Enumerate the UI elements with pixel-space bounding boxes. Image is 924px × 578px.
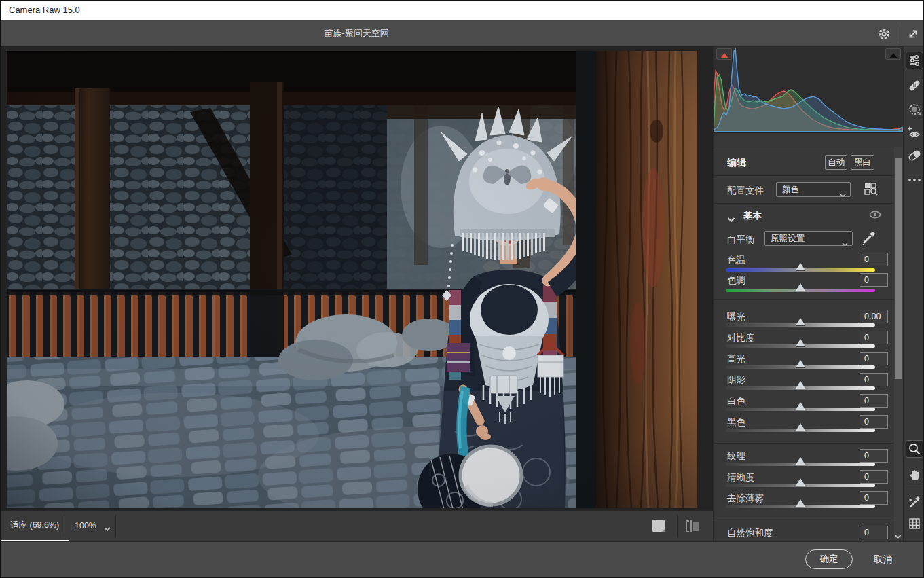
exposure-label: 曝光 xyxy=(727,311,745,323)
vibrance-value-box[interactable]: 0 xyxy=(860,526,888,539)
profile-dropdown[interactable]: 颜色 xyxy=(776,182,851,197)
scroll-down-icon[interactable] xyxy=(893,530,902,538)
slider-thumb[interactable] xyxy=(796,263,805,270)
shadows-value-box[interactable]: 0 xyxy=(860,373,888,386)
dehaze-label: 去除薄雾 xyxy=(727,492,764,505)
highlights-label: 高光 xyxy=(727,353,745,365)
photo-preview[interactable] xyxy=(7,51,697,508)
whites-slider[interactable] xyxy=(726,408,875,411)
edit-tool-icon[interactable] xyxy=(906,52,923,69)
panel-divider xyxy=(714,299,894,300)
auto-button[interactable]: 自动 xyxy=(825,155,847,170)
basic-section-label[interactable]: 基本 xyxy=(743,210,762,222)
chevron-down-icon xyxy=(842,237,847,240)
slider-row-clarity: 清晰度 0 xyxy=(727,470,890,484)
white-balance-eyedropper-icon[interactable] xyxy=(860,229,876,247)
zoom-level-chevron-down-icon[interactable] xyxy=(103,522,111,535)
shadow-clip-triangle-icon xyxy=(720,53,728,58)
highlight-clip-triangle-icon xyxy=(889,53,898,58)
contrast-value-box[interactable]: 0 xyxy=(860,331,888,344)
basic-section-chevron-down-icon[interactable] xyxy=(727,213,735,219)
slider-row-blacks: 黑色 0 xyxy=(727,415,890,429)
slider-thumb[interactable] xyxy=(796,283,805,291)
tint-label: 色调 xyxy=(727,274,745,287)
masking-tool-icon[interactable] xyxy=(906,101,923,118)
dehaze-slider[interactable] xyxy=(726,505,875,508)
panel-scrollbar[interactable] xyxy=(894,147,902,539)
white-balance-dropdown[interactable]: 原照设置 xyxy=(764,231,853,246)
cancel-button[interactable]: 取消 xyxy=(870,549,896,569)
color-sampler-tool-icon[interactable] xyxy=(906,493,923,511)
clarity-value-box[interactable]: 0 xyxy=(860,470,888,484)
clarity-label: 清晰度 xyxy=(727,471,755,484)
slider-row-highlights: 高光 0 xyxy=(727,352,890,365)
toggle-fullscreen-icon[interactable] xyxy=(906,26,921,41)
vibrance-label: 自然饱和度 xyxy=(727,527,773,539)
scrollbar-thumb[interactable] xyxy=(895,158,902,379)
panel-divider xyxy=(714,443,894,444)
healing-brush-icon[interactable] xyxy=(906,77,923,94)
tools-toolbar xyxy=(903,46,924,541)
panel-divider xyxy=(714,147,894,147)
image-canvas: 适应 (69.6%) 100% xyxy=(0,46,713,541)
profile-browser-icon[interactable] xyxy=(863,181,879,197)
exposure-slider[interactable] xyxy=(726,323,875,327)
highlight-clipping-indicator[interactable] xyxy=(885,48,901,60)
slider-thumb[interactable] xyxy=(796,478,805,486)
blacks-value-box[interactable]: 0 xyxy=(860,415,888,429)
preview-settings-icon[interactable] xyxy=(650,518,668,535)
edit-panel: 编辑 自动 黑白 配置文件 颜色 基本 白平衡 原照设置 xyxy=(713,46,903,541)
shadow-clipping-indicator[interactable] xyxy=(716,48,732,60)
shadows-slider[interactable] xyxy=(726,386,875,390)
dialog-footer: 确定 取消 xyxy=(0,541,924,578)
photo-illustration xyxy=(7,51,697,508)
eye-preview-icon[interactable] xyxy=(868,209,882,220)
whites-label: 白色 xyxy=(727,395,745,408)
histogram[interactable] xyxy=(714,46,903,133)
grid-overlay-icon[interactable] xyxy=(906,515,923,532)
texture-value-box[interactable]: 0 xyxy=(860,449,888,463)
slider-thumb[interactable] xyxy=(796,381,805,389)
zoom-level-value[interactable]: 100% xyxy=(70,511,101,541)
dehaze-value-box[interactable]: 0 xyxy=(860,491,888,505)
ok-button[interactable]: 确定 xyxy=(805,549,853,569)
highlights-slider[interactable] xyxy=(726,365,875,369)
before-after-view-icon[interactable] xyxy=(684,518,701,535)
hand-tool-icon[interactable] xyxy=(906,466,923,484)
slider-thumb[interactable] xyxy=(796,457,805,465)
slider-row-tint: 色调 0 xyxy=(727,273,890,287)
zoombar-divider-3 xyxy=(677,515,678,537)
exposure-value-box[interactable]: 0.00 xyxy=(860,310,888,323)
tint-value-box[interactable]: 0 xyxy=(860,273,888,287)
slider-thumb[interactable] xyxy=(796,360,805,367)
red-eye-tool-icon[interactable] xyxy=(906,124,923,141)
clarity-slider[interactable] xyxy=(726,484,875,487)
slider-row-contrast: 对比度 0 xyxy=(727,331,890,344)
zoombar-divider xyxy=(64,515,64,537)
texture-slider[interactable] xyxy=(726,463,875,466)
slider-thumb[interactable] xyxy=(796,318,805,325)
presets-tool-icon[interactable] xyxy=(906,147,923,164)
more-tools-icon[interactable] xyxy=(906,171,923,189)
whites-value-box[interactable]: 0 xyxy=(860,394,888,408)
slider-thumb[interactable] xyxy=(796,499,805,507)
temperature-value-box[interactable]: 0 xyxy=(860,253,888,266)
blacks-label: 黑色 xyxy=(727,416,745,429)
white-balance-label: 白平衡 xyxy=(727,234,755,246)
blacks-slider[interactable] xyxy=(726,429,875,432)
zoom-tool-icon[interactable] xyxy=(906,440,923,458)
fit-zoom-tab[interactable]: 适应 (69.6%) xyxy=(0,511,69,541)
highlights-value-box[interactable]: 0 xyxy=(860,352,888,365)
slider-thumb[interactable] xyxy=(796,402,805,410)
slider-row-vibrance: 自然饱和度 0 xyxy=(727,526,890,539)
temperature-slider[interactable] xyxy=(726,268,875,272)
black-white-button[interactable]: 黑白 xyxy=(851,155,874,170)
app-title: Camera Raw 15.0 xyxy=(9,0,80,20)
profile-label: 配置文件 xyxy=(727,185,764,197)
contrast-label: 对比度 xyxy=(727,332,755,344)
tint-slider[interactable] xyxy=(726,289,875,292)
contrast-slider[interactable] xyxy=(726,344,875,348)
gear-icon[interactable] xyxy=(876,26,891,41)
slider-thumb[interactable] xyxy=(796,423,805,431)
slider-thumb[interactable] xyxy=(796,339,805,346)
